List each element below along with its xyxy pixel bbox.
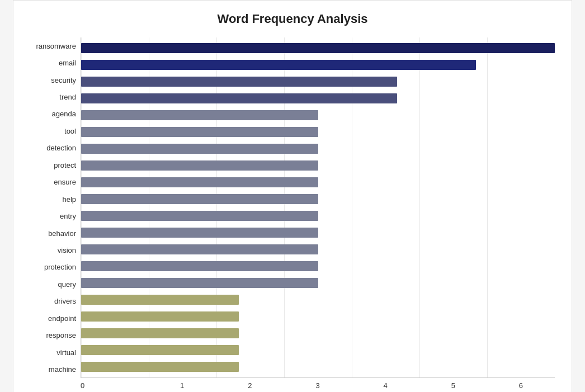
bar [81, 127, 318, 137]
bar [81, 160, 318, 171]
x-tick: 4 [352, 381, 419, 390]
bar-row [81, 343, 555, 357]
bar-row [81, 74, 555, 89]
bar-row [81, 141, 555, 156]
chart-title: Word Frequency Analysis [30, 12, 555, 26]
y-label: ransomware [30, 42, 76, 50]
y-label: security [30, 77, 76, 84]
x-tick: 6 [487, 381, 555, 390]
y-label: entry [30, 212, 76, 220]
y-label: email [30, 59, 76, 67]
bar [81, 211, 318, 221]
x-tick: 1 [148, 381, 216, 390]
y-label: virtual [30, 349, 76, 356]
bar [81, 278, 318, 288]
x-tick: 5 [419, 381, 487, 390]
bar [81, 93, 397, 103]
bar-row [81, 91, 555, 106]
y-label: tool [30, 127, 76, 135]
bar-row [81, 292, 555, 307]
bar [81, 328, 239, 338]
bar [81, 60, 476, 70]
bar [81, 177, 318, 187]
y-label: trend [30, 93, 76, 101]
bar-row [81, 41, 555, 55]
x-axis: 0123456 [81, 378, 555, 390]
bar-row [81, 309, 555, 324]
bar [81, 295, 239, 305]
bar [81, 43, 555, 53]
bar [81, 228, 318, 238]
bar [81, 77, 397, 87]
bar-row [81, 360, 555, 374]
bar-row [81, 209, 555, 223]
x-tick: 0 [81, 381, 148, 390]
y-label: machine [30, 366, 76, 373]
bar [81, 110, 318, 120]
y-label: help [30, 196, 76, 203]
bar [81, 261, 318, 271]
bars-section: ransomwareemailsecuritytrendagendatoolde… [30, 37, 555, 378]
y-label: behavior [30, 230, 76, 237]
chart-area: ransomwareemailsecuritytrendagendatoolde… [30, 37, 555, 392]
y-label: detection [30, 144, 76, 152]
bar [81, 345, 239, 355]
bars-and-grid [81, 37, 555, 378]
chart-container: Word Frequency Analysis ransomwareemails… [13, 0, 572, 392]
bar-row [81, 276, 555, 290]
bar [81, 244, 318, 254]
y-label: protection [30, 263, 76, 271]
x-tick: 2 [216, 381, 284, 390]
y-label: protect [30, 162, 76, 169]
y-label: response [30, 332, 76, 339]
bar [81, 362, 239, 372]
y-label: drivers [30, 297, 76, 305]
bar [81, 194, 318, 204]
bar [81, 144, 318, 154]
x-tick: 3 [284, 381, 351, 390]
y-label: ensure [30, 178, 76, 186]
bar-row [81, 259, 555, 273]
bar-row [81, 326, 555, 341]
bar-row [81, 175, 555, 190]
bar-row [81, 58, 555, 72]
y-label: query [30, 281, 76, 288]
y-label: vision [30, 247, 76, 254]
bar-row [81, 192, 555, 206]
y-label: agenda [30, 110, 76, 117]
bars-inner [81, 37, 555, 377]
bar-row [81, 158, 555, 173]
bar-row [81, 108, 555, 122]
bar [81, 311, 239, 322]
y-label: endpoint [30, 315, 76, 322]
bar-row [81, 242, 555, 257]
y-labels: ransomwareemailsecuritytrendagendatoolde… [30, 37, 81, 378]
bar-row [81, 125, 555, 139]
bar-row [81, 225, 555, 240]
